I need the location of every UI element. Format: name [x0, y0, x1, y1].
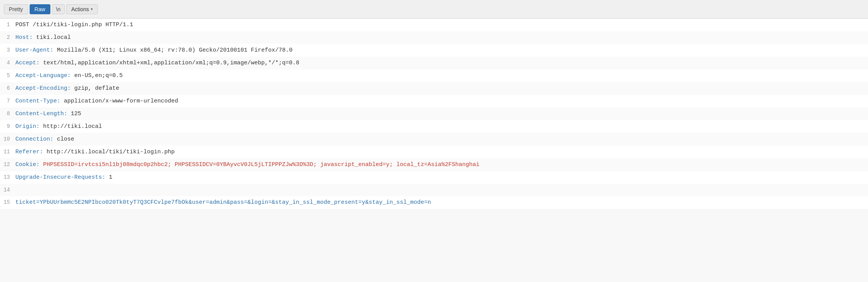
header-value: tiki.local — [33, 34, 71, 41]
line-content: Referer: http://tiki.local/tiki/tiki-log… — [15, 147, 868, 158]
table-row: 11Referer: http://tiki.local/tiki/tiki-l… — [0, 146, 868, 158]
header-name: Content-Type: — [15, 98, 60, 104]
line-number: 3 — [0, 45, 15, 55]
line-content: User-Agent: Mozilla/5.0 (X11; Linux x86_… — [15, 45, 868, 56]
line-number: 4 — [0, 57, 15, 68]
header-name: Content-Length: — [15, 111, 67, 117]
line-content: Accept: text/html,application/xhtml+xml,… — [15, 58, 868, 69]
table-row: 6Accept-Encoding: gzip, deflate — [0, 82, 868, 95]
header-name: Accept: — [15, 60, 40, 66]
table-row: 13Upgrade-Insecure-Requests: 1 — [0, 171, 868, 184]
line-content: POST /tiki/tiki-login.php HTTP/1.1 — [15, 20, 868, 30]
cookie-header-name: Cookie: — [15, 161, 40, 168]
line-number: 12 — [0, 159, 15, 170]
request-content: 1POST /tiki/tiki-login.php HTTP/1.12Host… — [0, 18, 868, 209]
line-number: 7 — [0, 96, 15, 106]
line-number: 11 — [0, 146, 15, 157]
line-number: 8 — [0, 108, 15, 119]
header-name: Accept-Language: — [15, 72, 71, 79]
header-value: 125 — [67, 111, 81, 117]
header-value: en-US,en;q=0.5 — [71, 72, 123, 79]
header-value: 1 — [105, 174, 112, 181]
newline-button[interactable]: \n — [52, 4, 65, 14]
header-name: Referer: — [15, 149, 43, 155]
pretty-tab[interactable]: Pretty — [4, 4, 28, 14]
line-content: Accept-Encoding: gzip, deflate — [15, 83, 868, 94]
toolbar: Pretty Raw \n Actions ▾ — [0, 0, 868, 18]
line-number: 13 — [0, 172, 15, 183]
header-name: Host: — [15, 34, 33, 41]
table-row: 12Cookie: PHPSESSID=irvtcsi5nl1bj08mdqc0… — [0, 158, 868, 171]
header-value: gzip, deflate — [71, 85, 119, 92]
actions-button[interactable]: Actions ▾ — [66, 4, 98, 14]
line-number: 14 — [0, 185, 15, 195]
line-number: 9 — [0, 121, 15, 132]
line-content: Connection: close — [15, 134, 868, 145]
line-content: Origin: http://tiki.local — [15, 121, 868, 132]
table-row: 5Accept-Language: en-US,en;q=0.5 — [0, 69, 868, 82]
header-value: http://tiki.local — [40, 123, 102, 130]
header-name: Connection: — [15, 136, 53, 143]
table-row: 8Content-Length: 125 — [0, 107, 868, 120]
header-value: Mozilla/5.0 (X11; Linux x86_64; rv:78.0)… — [53, 47, 292, 54]
line-number: 15 — [0, 197, 15, 208]
table-row: 4Accept: text/html,application/xhtml+xml… — [0, 57, 868, 69]
header-name: Origin: — [15, 123, 40, 130]
line-content: Upgrade-Insecure-Requests: 1 — [15, 172, 868, 183]
table-row: 1POST /tiki/tiki-login.php HTTP/1.1 — [0, 18, 868, 31]
header-value: application/x-www-form-urlencoded — [60, 98, 178, 104]
line-number: 5 — [0, 70, 15, 81]
table-row: 2Host: tiki.local — [0, 31, 868, 44]
actions-label: Actions — [71, 6, 89, 12]
table-row: 10Connection: close — [0, 133, 868, 146]
table-row: 9Origin: http://tiki.local — [0, 120, 868, 133]
line-content: Cookie: PHPSESSID=irvtcsi5nl1bj08mdqc0p2… — [15, 159, 868, 170]
header-value: close — [53, 136, 74, 143]
line-number: 6 — [0, 83, 15, 94]
cookie-value: PHPSESSID=irvtcsi5nl1bj08mdqc0p2hbc2; PH… — [40, 161, 479, 168]
line-number: 1 — [0, 19, 15, 30]
table-row: 7Content-Type: application/x-www-form-ur… — [0, 95, 868, 107]
line-number: 10 — [0, 134, 15, 144]
raw-tab[interactable]: Raw — [30, 4, 50, 14]
header-value: http://tiki.local/tiki/tiki-login.php — [43, 149, 175, 155]
line-content: Content-Length: 125 — [15, 109, 868, 119]
table-row: 3User-Agent: Mozilla/5.0 (X11; Linux x86… — [0, 44, 868, 57]
line-content: Host: tiki.local — [15, 32, 868, 43]
header-name: Accept-Encoding: — [15, 85, 71, 92]
line-content: Accept-Language: en-US,en;q=0.5 — [15, 70, 868, 81]
line-content: Content-Type: application/x-www-form-url… — [15, 96, 868, 107]
table-row: 15ticket=YPbUUrbmHc5E2NPIbco020Tk0tyT7Q3… — [0, 196, 868, 209]
line-number: 2 — [0, 32, 15, 43]
line-content: ticket=YPbUUrbmHc5E2NPIbco020Tk0tyT7Q3CF… — [15, 197, 868, 208]
table-row: 14 — [0, 184, 868, 196]
chevron-down-icon: ▾ — [91, 7, 93, 11]
header-name: Upgrade-Insecure-Requests: — [15, 174, 105, 181]
header-value: text/html,application/xhtml+xml,applicat… — [40, 60, 299, 66]
header-name: User-Agent: — [15, 47, 53, 54]
